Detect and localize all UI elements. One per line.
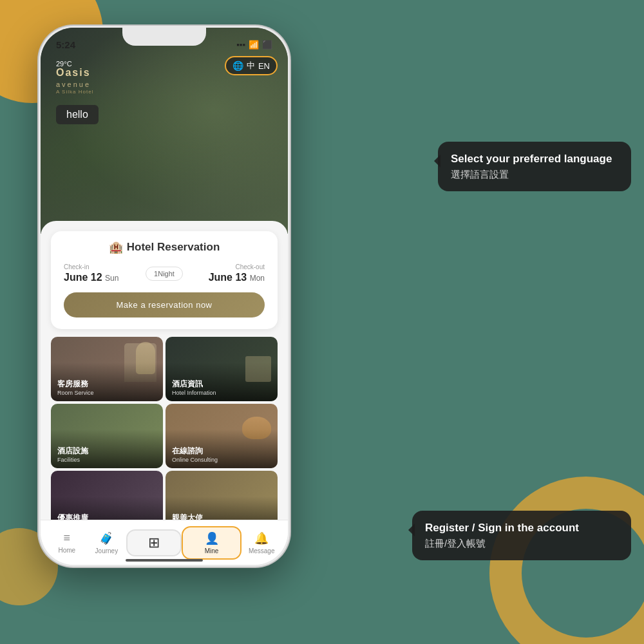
nav-qr-center[interactable]: ⊞ (126, 529, 182, 556)
hero-bg: 29°C Oasis avenue A Silka Hotel hello 🌐 … (41, 28, 288, 234)
reserve-button[interactable]: Make a reservation now (64, 292, 265, 317)
service-en-2: Facilities (57, 457, 156, 463)
service-facilities[interactable]: 酒店設施 Facilities (51, 404, 163, 468)
nights-badge[interactable]: 1Night (146, 267, 183, 281)
service-overlay: 優惠推廣 Special Offer (51, 471, 163, 520)
service-grid: 客房服務 Room Service 酒店資訊 Hotel Information (51, 337, 278, 520)
service-en-0: Room Service (57, 390, 156, 396)
callout-lang-title: Select your preferred language (451, 152, 618, 166)
hotel-logo: Oasis avenue A Silka Hotel (56, 66, 93, 95)
callout-register-subtitle: 註冊/登入帳號 (425, 538, 618, 550)
checkout-block: Check-out June 13 Mon (183, 263, 265, 283)
service-cn-5: 親善大使 (172, 513, 271, 520)
card-area: 🏨 Hotel Reservation Check-in June 12 Sun… (41, 221, 288, 520)
phone-shell: 5:24 ▪▪▪ 📶 ⬛ 29°C Oasis avenue A Silka (39, 26, 290, 567)
nav-home[interactable]: ≡ Home (47, 531, 87, 554)
service-overlay: 酒店設施 Facilities (51, 404, 163, 468)
mine-icon: 👤 (205, 531, 219, 545)
nav-journey-label: Journey (95, 547, 118, 554)
consulting-decor (242, 417, 271, 439)
service-en-3: Online Consulting (172, 457, 271, 463)
service-overlay: 親善大使 Goodwill Ambassador (166, 471, 278, 520)
callout-register: Register / Sign in the account 註冊/登入帳號 (412, 511, 631, 560)
battery-icon: ⬛ (262, 40, 272, 50)
service-consulting[interactable]: 在線諮詢 Online Consulting (166, 404, 278, 468)
checkout-day: Mon (250, 274, 265, 283)
language-selector[interactable]: 🌐 中 EN (225, 56, 278, 75)
hotel-icon: 🏨 (109, 240, 123, 254)
checkin-block: Check-in June 12 Sun (64, 263, 146, 283)
checkin-date-value: June 12 (64, 272, 102, 283)
service-cn-0: 客房服務 (57, 379, 156, 390)
wifi-icon: 📶 (249, 40, 259, 50)
service-cn-2: 酒店設施 (57, 446, 156, 457)
phone-inner: 5:24 ▪▪▪ 📶 ⬛ 29°C Oasis avenue A Silka (41, 28, 288, 565)
checkout-date-value: June 13 (209, 272, 247, 283)
service-en-1: Hotel Information (172, 390, 271, 396)
callout-lang-subtitle: 選擇語言設置 (451, 169, 618, 181)
lang-chinese: 中 (247, 60, 255, 71)
hotel-info-decor (245, 356, 271, 382)
nav-mine[interactable]: 👤 Mine (182, 526, 242, 560)
callout-register-title: Register / Sign in the account (425, 521, 618, 535)
checkin-day: Sun (105, 274, 118, 283)
lang-english: EN (258, 61, 270, 71)
phone-notch (122, 28, 206, 46)
service-room-service[interactable]: 客房服務 Room Service (51, 337, 163, 401)
checkout-label: Check-out (183, 263, 265, 270)
checkin-date: June 12 Sun (64, 272, 146, 283)
nav-message-label: Message (249, 547, 275, 554)
hotel-name-avenue: avenue (56, 80, 93, 89)
status-time: 5:24 (56, 39, 75, 50)
checkout-date: June 13 Mon (183, 272, 265, 283)
checkin-label: Check-in (64, 263, 146, 270)
journey-icon: 🧳 (99, 531, 113, 545)
nav-message[interactable]: 🔔 Message (242, 531, 281, 554)
phone-wrapper: 5:24 ▪▪▪ 📶 ⬛ 29°C Oasis avenue A Silka (39, 26, 290, 605)
service-special-offer[interactable]: 優惠推廣 Special Offer (51, 471, 163, 520)
reservation-title-text: Hotel Reservation (127, 241, 220, 254)
message-icon: 🔔 (254, 531, 269, 545)
nav-mine-label: Mine (205, 547, 219, 554)
signal-icon: ▪▪▪ (236, 40, 245, 50)
room-service-decor (136, 342, 155, 374)
dates-row: Check-in June 12 Sun 1Night Check-out Ju… (64, 263, 265, 283)
bottom-navigation: ≡ Home 🧳 Journey ⊞ 👤 Mine 🔔 Message (41, 520, 288, 565)
service-goodwill-ambassador[interactable]: 親善大使 Goodwill Ambassador (166, 471, 278, 520)
home-icon: ≡ (64, 531, 71, 545)
service-cn-4: 優惠推廣 (57, 513, 156, 520)
status-icons: ▪▪▪ 📶 ⬛ (236, 40, 272, 50)
globe-icon: 🌐 (232, 61, 243, 71)
nav-home-label: Home (58, 547, 75, 554)
reservation-title: 🏨 Hotel Reservation (64, 240, 265, 254)
bg-circle-bottom-right (489, 477, 644, 644)
nav-journey[interactable]: 🧳 Journey (87, 531, 127, 554)
hotel-tagline: A Silka Hotel (56, 89, 93, 95)
qr-icon: ⊞ (148, 535, 160, 551)
greeting-badge: hello (56, 105, 99, 124)
home-indicator (126, 559, 203, 562)
hero-area: 29°C Oasis avenue A Silka Hotel hello 🌐 … (41, 28, 288, 234)
service-cn-3: 在線諮詢 (172, 446, 271, 457)
callout-language: Select your preferred language 選擇語言設置 (438, 142, 631, 191)
service-hotel-info[interactable]: 酒店資訊 Hotel Information (166, 337, 278, 401)
hotel-name-oasis: Oasis (56, 66, 93, 80)
reservation-card: 🏨 Hotel Reservation Check-in June 12 Sun… (51, 231, 278, 329)
